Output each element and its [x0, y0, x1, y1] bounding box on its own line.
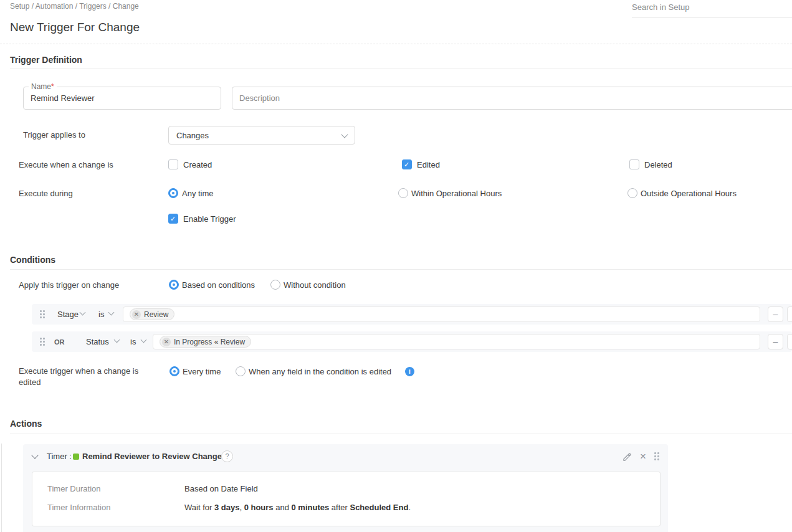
timer-duration-value: Based on Date Field — [184, 484, 258, 493]
section-divider — [10, 434, 792, 434]
search-input[interactable] — [632, 0, 792, 14]
setup-trigger-page: Setup / Automation / Triggers / Change N… — [0, 0, 792, 532]
radio-outside-operational-hours[interactable] — [627, 188, 637, 198]
close-icon[interactable]: × — [640, 452, 646, 461]
breadcrumb[interactable]: Setup / Automation / Triggers / Change — [10, 2, 139, 11]
execute-when-label: Execute when a change is — [19, 160, 113, 169]
radio-every-time-label[interactable]: Every time — [183, 367, 221, 376]
add-condition-button[interactable] — [787, 306, 792, 322]
execute-during-label: Execute during — [19, 189, 73, 198]
section-divider — [10, 269, 792, 270]
checkbox-enable-trigger-label[interactable]: Enable Trigger — [183, 214, 236, 224]
radio-outside-operational-hours-label[interactable]: Outside Operational Hours — [641, 189, 737, 198]
description-input[interactable] — [232, 87, 792, 109]
radio-when-field-edited[interactable] — [236, 366, 246, 376]
condition-join-operator[interactable]: OR — [54, 338, 65, 346]
radio-any-time-label[interactable]: Any time — [182, 189, 214, 198]
info-icon[interactable]: i — [405, 367, 414, 376]
condition-operator-select[interactable]: is — [98, 310, 104, 319]
name-field: Name* — [23, 87, 221, 110]
help-icon[interactable]: ? — [221, 450, 233, 462]
section-title-conditions: Conditions — [10, 255, 55, 265]
checkbox-edited-label[interactable]: Edited — [417, 160, 440, 169]
timer-information-value: Wait for 3 days, 0 hours and 0 minutes a… — [184, 503, 411, 512]
collapse-chevron-icon[interactable] — [31, 452, 38, 458]
edit-icon[interactable] — [623, 452, 632, 463]
condition-operator-select[interactable]: is — [130, 337, 136, 346]
radio-within-operational-hours-label[interactable]: Within Operational Hours — [411, 189, 502, 198]
title-divider — [0, 44, 792, 44]
chip-label: Review — [144, 310, 168, 319]
checkbox-enable-trigger[interactable] — [168, 214, 178, 224]
chip-label: In Progress « Review — [174, 338, 245, 346]
execute-on-edit-label: Execute trigger when a change is edited — [19, 366, 159, 388]
timer-action-card: Timer : Remind Reviewer to Review Change… — [23, 444, 668, 532]
condition-row: Stage is ✕ Review — [32, 304, 792, 325]
action-status-square-icon — [73, 454, 79, 460]
value-chip: ✕ Review — [130, 308, 174, 320]
condition-row: OR Status is ✕ In Progress « Review — [32, 331, 792, 352]
chevron-down-icon[interactable] — [80, 310, 86, 316]
applies-to-label: Trigger applies to — [23, 130, 85, 140]
radio-every-time[interactable] — [169, 366, 179, 376]
timer-details-box: Timer Duration Based on Date Field Timer… — [32, 472, 661, 526]
radio-based-on-conditions[interactable] — [169, 280, 179, 290]
remove-condition-button[interactable]: – — [768, 334, 783, 349]
remove-condition-button[interactable]: – — [768, 306, 783, 322]
applies-to-value: Changes — [176, 131, 342, 140]
name-field-label: Name* — [29, 82, 57, 91]
action-title: Remind Reviewer to Review Change — [82, 452, 222, 461]
chevron-down-icon[interactable] — [141, 337, 147, 343]
radio-based-on-conditions-label[interactable]: Based on conditions — [182, 280, 255, 290]
chevron-down-icon — [341, 131, 348, 138]
add-condition-button[interactable] — [787, 334, 792, 349]
checkbox-deleted-label[interactable]: Deleted — [644, 160, 672, 169]
remove-chip-icon[interactable]: ✕ — [162, 338, 171, 346]
checkbox-created-label[interactable]: Created — [183, 160, 212, 169]
remove-chip-icon[interactable]: ✕ — [132, 310, 141, 319]
section-divider — [10, 69, 792, 69]
radio-within-operational-hours[interactable] — [398, 188, 408, 198]
condition-field-select[interactable]: Stage — [57, 310, 79, 319]
checkbox-created[interactable] — [168, 159, 178, 169]
timer-duration-label: Timer Duration — [47, 484, 100, 493]
radio-without-condition[interactable] — [270, 280, 280, 290]
condition-values-input[interactable]: ✕ Review — [123, 306, 760, 322]
checkbox-deleted[interactable] — [629, 159, 639, 169]
radio-any-time[interactable] — [168, 188, 178, 198]
section-title-trigger-definition: Trigger Definition — [10, 55, 82, 65]
action-type-label: Timer : — [47, 452, 72, 461]
radio-when-field-edited-label[interactable]: When any field in the condition is edite… — [249, 367, 391, 376]
actions-timeline-line — [1, 444, 2, 532]
setup-search — [632, 0, 792, 17]
checkbox-edited[interactable] — [402, 159, 412, 169]
page-title: New Trigger For Change — [10, 21, 140, 34]
apply-trigger-label: Apply this trigger on change — [19, 280, 119, 290]
section-title-actions: Actions — [10, 419, 42, 429]
condition-field-select[interactable]: Status — [86, 337, 109, 346]
radio-without-condition-label[interactable]: Without condition — [284, 280, 346, 290]
applies-to-select[interactable]: Changes — [168, 126, 355, 145]
chevron-down-icon[interactable] — [108, 310, 115, 316]
chevron-down-icon[interactable] — [114, 337, 120, 343]
description-field — [232, 87, 792, 110]
value-chip: ✕ In Progress « Review — [160, 336, 251, 348]
timer-information-label: Timer Information — [47, 503, 110, 512]
condition-values-input[interactable]: ✕ In Progress « Review — [153, 334, 760, 349]
required-asterisk: * — [51, 82, 54, 91]
